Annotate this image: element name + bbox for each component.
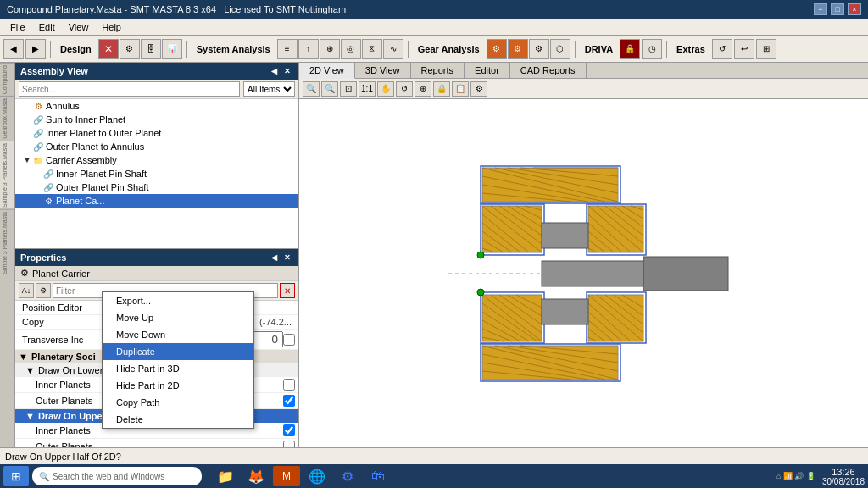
link-icon: 🔗 (32, 127, 44, 139)
toolbar-extras-1[interactable]: ↺ (712, 39, 732, 59)
toolbar-sys-3[interactable]: ⊕ (320, 39, 340, 59)
filter-sort-az[interactable]: A↓ (19, 283, 34, 298)
object-label: Planet Carrier (32, 269, 90, 279)
tab-reports[interactable]: Reports (411, 63, 465, 78)
toolbar-fwd-btn[interactable]: ▶ (25, 39, 46, 59)
tree-item-outer-annulus[interactable]: 🔗 Outer Planet to Annulus (15, 140, 298, 153)
properties-title: Properties (20, 252, 66, 263)
toolbar-gear-3[interactable]: ⚙ (529, 39, 549, 59)
taskbar-store[interactable]: 🛍 (364, 466, 392, 486)
toolbar-sys-2[interactable]: ↑ (298, 39, 319, 59)
outer-lower-checkbox[interactable] (283, 395, 295, 407)
pan-btn[interactable]: ✋ (377, 81, 394, 97)
tab-2d-view[interactable]: 2D View (299, 63, 355, 79)
toolbar-sys-6[interactable]: ∿ (383, 39, 403, 59)
assembly-search-input[interactable] (19, 81, 240, 97)
lock-btn[interactable]: 🔒 (433, 81, 450, 97)
ctx-delete[interactable]: Delete (103, 411, 253, 428)
toolbar-sys-1[interactable]: ≡ (277, 39, 298, 59)
zoom-actual-btn[interactable]: 1:1 (359, 81, 376, 97)
expand-icon: ▼ (25, 411, 35, 421)
toolbar-gear-1[interactable]: ⚙ (487, 39, 507, 59)
menu-file[interactable]: File (3, 20, 32, 34)
ctx-duplicate[interactable]: Duplicate (103, 343, 253, 360)
tree-item-inner-pin[interactable]: 🔗 Inner Planet Pin Shaft (15, 167, 298, 180)
taskbar-chrome[interactable]: 🌐 (303, 466, 331, 486)
expand-icon: ▼ (25, 365, 35, 375)
tab-editor[interactable]: Editor (465, 63, 510, 78)
transverse-checkbox[interactable] (283, 334, 295, 346)
ctx-move-down[interactable]: Move Down (103, 326, 253, 343)
browser-icon: 🦊 (248, 469, 264, 485)
zoom-out-btn[interactable]: 🔍 (321, 81, 338, 97)
design-label: Design (55, 44, 97, 54)
gear-icon: 🔗 (42, 168, 54, 180)
toolbar-sys-4[interactable]: ◎ (341, 39, 361, 59)
ctx-hide-2d[interactable]: Hide Part in 2D (103, 377, 253, 394)
inner-upper-checkbox[interactable] (283, 424, 295, 436)
toolbar-sys-5[interactable]: ⧖ (362, 39, 382, 59)
maximize-button[interactable]: □ (831, 3, 844, 15)
assembly-view-panel: Assembly View ◀ ✕ All Items ⚙ Annulus (15, 63, 298, 249)
tab-3d-view[interactable]: 3D View (355, 63, 411, 78)
ctx-hide-3d[interactable]: Hide Part in 3D (103, 360, 253, 377)
start-button[interactable]: ⊞ (3, 466, 29, 486)
tree-item-sun-inner[interactable]: 🔗 Sun to Inner Planet (15, 113, 298, 126)
outer-upper-checkbox[interactable] (283, 441, 295, 447)
taskbar-search[interactable]: 🔍 Search the web and Windows (32, 467, 202, 485)
taskbar-masta[interactable]: M (273, 466, 300, 486)
taskbar-file-manager[interactable]: 📁 (212, 466, 239, 486)
tab-cad-reports[interactable]: CAD Reports (510, 63, 587, 78)
inner-lower-checkbox[interactable] (283, 379, 295, 391)
toolbar-design-2[interactable]: ⚙ (120, 39, 140, 59)
toolbar-extras-3[interactable]: ⊞ (756, 39, 776, 59)
status-bar: Draw On Upper Half Of 2D? (0, 447, 868, 464)
menu-view[interactable]: View (62, 20, 96, 34)
toolbar-extras-2[interactable]: ↩ (734, 39, 754, 59)
copy-view-btn[interactable]: 📋 (452, 81, 469, 97)
properties-object: ⚙ Planet Carrier (15, 266, 298, 281)
taskbar-browser[interactable]: 🦊 (242, 466, 270, 486)
tree-item-inner-outer[interactable]: 🔗 Inner Planet to Outer Planet (15, 126, 298, 140)
minimize-button[interactable]: − (814, 3, 827, 15)
taskbar-right: ⌂ 📶 🔊 🔋 13:26 30/08/2018 (776, 467, 865, 486)
svg-rect-54 (542, 299, 588, 324)
assembly-filter-select[interactable]: All Items (243, 81, 295, 97)
crosshair-btn[interactable]: ⊕ (415, 81, 431, 97)
tree-item-outer-pin[interactable]: 🔗 Outer Planet Pin Shaft (15, 180, 298, 194)
zoom-in-btn[interactable]: 🔍 (303, 81, 320, 97)
toolbar-gear-4[interactable]: ⬡ (550, 39, 570, 59)
filter-clear-button[interactable]: ✕ (280, 283, 295, 298)
ctx-move-up[interactable]: Move Up (103, 309, 253, 326)
svg-point-57 (477, 289, 484, 296)
rotate-btn[interactable]: ↺ (396, 81, 413, 97)
filter-sort-icon[interactable]: ⚙ (36, 283, 51, 298)
close-button[interactable]: × (848, 3, 861, 15)
properties-pin[interactable]: ◀ (268, 252, 280, 263)
toolbar-driva-1[interactable]: 🔒 (620, 39, 640, 59)
svg-rect-53 (542, 223, 588, 248)
tree-item-planet-carrier[interactable]: ⚙ Planet Ca... (15, 194, 298, 208)
tree-label: Planet Ca... (56, 196, 104, 206)
toolbar-design-1[interactable]: ✕ (98, 39, 119, 59)
menu-help[interactable]: Help (95, 20, 128, 34)
assembly-view-pin[interactable]: ◀ (268, 65, 280, 77)
search-icon: 🔍 (39, 472, 49, 481)
ctx-copy-path[interactable]: Copy Path (103, 394, 253, 411)
tree-item-annulus[interactable]: ⚙ Annulus (15, 99, 298, 113)
toolbar-gear-2[interactable]: ⚙ (508, 39, 528, 59)
tree-item-carrier-assembly[interactable]: ▼ 📁 Carrier Assembly (15, 153, 298, 167)
settings-btn[interactable]: ⚙ (470, 81, 487, 97)
assembly-view-close[interactable]: ✕ (281, 65, 293, 77)
menu-edit[interactable]: Edit (32, 20, 62, 34)
toolbar-back-btn[interactable]: ◀ (3, 39, 24, 59)
zoom-fit-btn[interactable]: ⊡ (340, 81, 357, 97)
toolbar-driva-2[interactable]: ◷ (642, 39, 662, 59)
assembly-search-bar: All Items (15, 80, 298, 99)
toolbar-design-4[interactable]: 📊 (162, 39, 182, 59)
toolbar-design-3[interactable]: 🗄 (141, 39, 161, 59)
ctx-export[interactable]: Export... (103, 292, 253, 309)
taskbar-settings[interactable]: ⚙ (334, 466, 361, 486)
properties-close[interactable]: ✕ (281, 252, 293, 263)
link-icon: 🔗 (32, 141, 44, 152)
